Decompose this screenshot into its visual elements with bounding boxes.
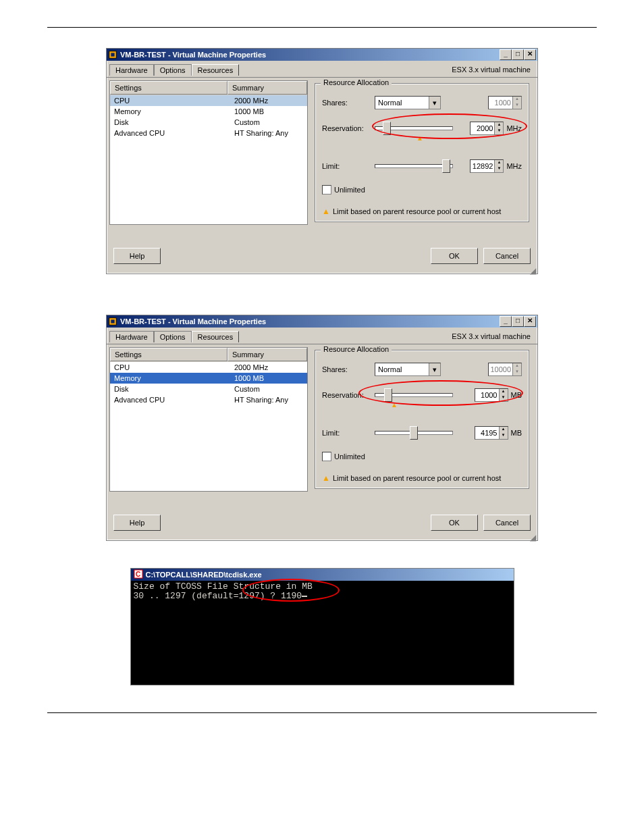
warning-icon: ▲ bbox=[322, 473, 330, 483]
close-button[interactable]: ✕ bbox=[524, 316, 536, 327]
warn-text: Limit based on parent resource pool or c… bbox=[333, 474, 501, 482]
shares-label: Shares: bbox=[322, 365, 375, 373]
settings-row-memory[interactable]: Memory 1000 MB bbox=[110, 373, 307, 384]
vm-properties-dialog-memory: VM-BR-TEST - Virtual Machine Properties … bbox=[106, 315, 538, 541]
console-line-1: Size of TCOSS File Structure in MB bbox=[134, 581, 313, 592]
top-divider bbox=[47, 27, 597, 28]
reservation-label: Reservation: bbox=[322, 391, 375, 399]
window-title: VM-BR-TEST - Virtual Machine Properties bbox=[120, 317, 266, 325]
esx-label: ESX 3.x virtual machine bbox=[452, 332, 535, 340]
console-cursor bbox=[302, 596, 307, 597]
settings-row-disk[interactable]: Disk Custom bbox=[110, 117, 307, 128]
settings-row-advanced-cpu[interactable]: Advanced CPU HT Sharing: Any bbox=[110, 394, 307, 405]
window-title: VM-BR-TEST - Virtual Machine Properties bbox=[120, 51, 266, 59]
warning-marker-icon: ▲ bbox=[417, 134, 423, 142]
unlimited-label: Unlimited bbox=[334, 186, 365, 194]
titlebar[interactable]: VM-BR-TEST - Virtual Machine Properties … bbox=[107, 49, 537, 61]
settings-list[interactable]: Settings Summary CPU 2000 MHz Memory 100… bbox=[109, 80, 308, 225]
app-icon bbox=[108, 317, 117, 326]
minimize-button[interactable]: _ bbox=[500, 316, 512, 327]
ok-button[interactable]: OK bbox=[431, 515, 478, 531]
unlimited-checkbox[interactable] bbox=[322, 452, 331, 461]
titlebar[interactable]: VM-BR-TEST - Virtual Machine Properties … bbox=[107, 315, 537, 328]
app-icon bbox=[108, 50, 117, 59]
bottom-divider bbox=[47, 712, 597, 713]
col-summary[interactable]: Summary bbox=[227, 81, 307, 95]
ok-button[interactable]: OK bbox=[431, 248, 478, 264]
unlimited-checkbox[interactable] bbox=[322, 185, 331, 194]
limit-spinner[interactable]: 12892 ▲▼ bbox=[470, 159, 504, 173]
console-line-2: 30 .. 1297 (default=1297) ? 1190 bbox=[134, 591, 302, 601]
tab-resources[interactable]: Resources bbox=[192, 331, 240, 342]
reservation-label: Reservation: bbox=[322, 124, 375, 132]
shares-value-spinner: 10000 ▲▼ bbox=[488, 363, 522, 376]
warn-text: Limit based on parent resource pool or c… bbox=[333, 207, 501, 215]
help-button[interactable]: Help bbox=[113, 515, 161, 531]
settings-row-cpu[interactable]: CPU 2000 MHz bbox=[110, 95, 307, 106]
help-button[interactable]: Help bbox=[113, 248, 161, 264]
reservation-unit: MHz bbox=[506, 124, 522, 132]
reservation-slider[interactable]: ▲ bbox=[375, 119, 453, 138]
svg-text:C: C bbox=[136, 571, 140, 578]
limit-label: Limit: bbox=[322, 162, 375, 170]
svg-rect-1 bbox=[111, 53, 114, 56]
limit-slider[interactable] bbox=[375, 423, 453, 442]
resource-allocation-group: Resource Allocation Shares: Normal ▾ 100… bbox=[315, 350, 529, 489]
minimize-button[interactable]: _ bbox=[500, 49, 512, 60]
reservation-spinner[interactable]: 2000 ▲▼ bbox=[470, 122, 504, 135]
resource-allocation-group: Resource Allocation Shares: Normal ▾ 100… bbox=[315, 83, 529, 222]
col-summary[interactable]: Summary bbox=[227, 348, 307, 361]
maximize-button[interactable]: □ bbox=[512, 49, 524, 60]
limit-unit: MB bbox=[511, 429, 522, 437]
tab-hardware[interactable]: Hardware bbox=[109, 64, 154, 76]
esx-label: ESX 3.x virtual machine bbox=[452, 66, 535, 74]
tab-options[interactable]: Options bbox=[154, 331, 192, 342]
console-title: C:\TOPCALL\SHARED\tcdisk.exe bbox=[146, 571, 262, 579]
limit-label: Limit: bbox=[322, 429, 375, 437]
warning-icon: ▲ bbox=[322, 207, 330, 216]
reservation-unit: MB bbox=[511, 391, 522, 399]
settings-row-advanced-cpu[interactable]: Advanced CPU HT Sharing: Any bbox=[110, 128, 307, 138]
reservation-slider[interactable]: ▲ bbox=[375, 386, 453, 405]
maximize-button[interactable]: □ bbox=[512, 316, 524, 327]
settings-row-disk[interactable]: Disk Custom bbox=[110, 384, 307, 394]
console-body[interactable]: Size of TCOSS File Structure in MB 30 ..… bbox=[131, 581, 514, 685]
settings-row-cpu[interactable]: CPU 2000 MHz bbox=[110, 362, 307, 373]
vm-properties-dialog-cpu: VM-BR-TEST - Virtual Machine Properties … bbox=[106, 48, 538, 274]
resize-grip[interactable]: ◢ bbox=[107, 535, 537, 540]
chevron-down-icon[interactable]: ▾ bbox=[429, 363, 440, 375]
limit-spinner[interactable]: 4195 ▲▼ bbox=[475, 426, 508, 440]
tab-resources[interactable]: Resources bbox=[192, 64, 240, 76]
unlimited-label: Unlimited bbox=[334, 452, 365, 461]
settings-list[interactable]: Settings Summary CPU 2000 MHz Memory 100… bbox=[109, 347, 308, 492]
chevron-down-icon[interactable]: ▾ bbox=[429, 97, 440, 109]
console-window: C C:\TOPCALL\SHARED\tcdisk.exe Size of T… bbox=[130, 568, 514, 685]
svg-rect-3 bbox=[111, 319, 114, 323]
group-title: Resource Allocation bbox=[321, 345, 392, 353]
shares-select[interactable]: Normal ▾ bbox=[375, 363, 441, 376]
limit-unit: MHz bbox=[506, 162, 522, 170]
tab-hardware[interactable]: Hardware bbox=[109, 331, 154, 342]
warning-marker-icon: ▲ bbox=[391, 401, 398, 409]
limit-slider[interactable] bbox=[375, 157, 453, 176]
reservation-spinner[interactable]: 1000 ▲▼ bbox=[475, 388, 508, 402]
cancel-button[interactable]: Cancel bbox=[483, 515, 531, 531]
console-icon: C bbox=[134, 569, 143, 580]
close-button[interactable]: ✕ bbox=[524, 49, 536, 60]
resize-grip[interactable]: ◢ bbox=[107, 268, 537, 273]
console-titlebar[interactable]: C C:\TOPCALL\SHARED\tcdisk.exe bbox=[131, 569, 514, 581]
settings-row-memory[interactable]: Memory 1000 MB bbox=[110, 106, 307, 117]
col-settings[interactable]: Settings bbox=[110, 348, 227, 361]
cancel-button[interactable]: Cancel bbox=[483, 248, 531, 264]
shares-label: Shares: bbox=[322, 99, 375, 107]
tab-options[interactable]: Options bbox=[154, 64, 192, 76]
group-title: Resource Allocation bbox=[321, 78, 392, 86]
col-settings[interactable]: Settings bbox=[110, 81, 227, 95]
shares-select[interactable]: Normal ▾ bbox=[375, 96, 441, 109]
shares-value-spinner: 1000 ▲▼ bbox=[488, 96, 522, 109]
